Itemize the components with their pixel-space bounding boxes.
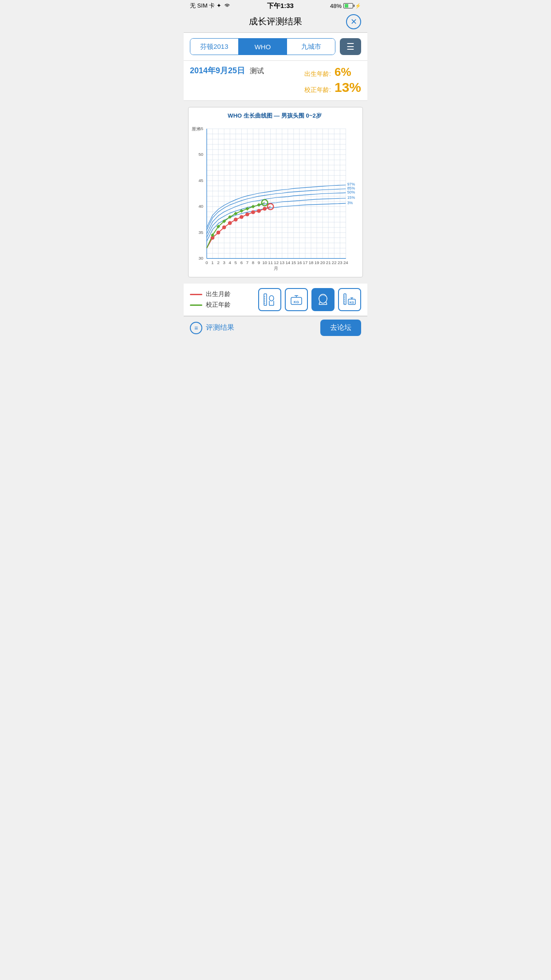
evaluation-icon-symbol: ≡ bbox=[194, 324, 198, 332]
legend-items: 出生月龄 校正年龄 bbox=[190, 290, 231, 309]
height-chart-button[interactable] bbox=[258, 288, 281, 311]
svg-text:20: 20 bbox=[320, 260, 325, 265]
svg-text:KG: KG bbox=[294, 300, 299, 304]
chart-section: WHO 生长曲线图 — 男孩头围 0~2岁 厘米 bbox=[184, 101, 367, 284]
corrected-age-label: 校正年龄: bbox=[304, 86, 331, 94]
svg-text:35: 35 bbox=[198, 230, 203, 235]
weight-chart-button[interactable]: KG bbox=[285, 288, 308, 311]
legend-green-line bbox=[190, 304, 202, 306]
close-button[interactable]: ✕ bbox=[346, 14, 361, 29]
svg-text:22: 22 bbox=[332, 260, 337, 265]
status-bar: 无 SIM 卡 ✦ 下午1:33 48% ⚡ bbox=[184, 0, 367, 11]
corrected-age-value: 13% bbox=[335, 80, 361, 95]
svg-line-118 bbox=[319, 302, 320, 304]
charging-icon: ⚡ bbox=[355, 3, 361, 9]
svg-line-119 bbox=[326, 302, 327, 304]
forum-label: 去论坛 bbox=[330, 324, 351, 331]
svg-text:23: 23 bbox=[338, 260, 342, 265]
weight-height-icon: KG bbox=[343, 293, 356, 306]
svg-text:14: 14 bbox=[285, 260, 290, 265]
x-axis-labels: 0 1 2 3 4 5 6 7 8 9 10 11 12 13 14 15 16 bbox=[205, 260, 348, 265]
svg-text:40: 40 bbox=[198, 204, 203, 209]
test-label: 测试 bbox=[250, 67, 264, 75]
svg-point-88 bbox=[246, 213, 249, 216]
svg-text:17: 17 bbox=[303, 260, 308, 265]
status-time: 下午1:33 bbox=[267, 2, 294, 10]
svg-text:8: 8 bbox=[252, 260, 254, 265]
svg-rect-101 bbox=[257, 203, 260, 206]
bottom-bar: ≡ 评测结果 去论坛 bbox=[184, 316, 367, 339]
svg-text:10: 10 bbox=[262, 260, 267, 265]
svg-point-83 bbox=[216, 231, 220, 234]
battery-fill bbox=[345, 4, 348, 8]
p3-label: 3% bbox=[347, 201, 353, 205]
svg-text:18: 18 bbox=[309, 260, 314, 265]
evaluation-results-label: 评测结果 bbox=[206, 323, 234, 332]
svg-text:KG: KG bbox=[350, 301, 354, 304]
chart-container: WHO 生长曲线图 — 男孩头围 0~2岁 厘米 bbox=[188, 107, 363, 277]
svg-text:1: 1 bbox=[211, 260, 213, 265]
info-right: 出生年龄: 6% 校正年龄: 13% bbox=[304, 65, 361, 95]
svg-text:24: 24 bbox=[343, 260, 348, 265]
svg-text:6: 6 bbox=[240, 260, 243, 265]
svg-point-91 bbox=[263, 207, 267, 210]
legend-birth-age-label: 出生月龄 bbox=[206, 290, 231, 298]
svg-text:30: 30 bbox=[198, 256, 203, 261]
segment-row: 芬顿2013 WHO 九城市 ☰ bbox=[184, 33, 367, 61]
legend-corrected-age: 校正年龄 bbox=[190, 301, 231, 309]
list-view-button[interactable]: ☰ bbox=[340, 38, 361, 55]
svg-text:7: 7 bbox=[246, 260, 248, 265]
sim-status: 无 SIM 卡 ✦ bbox=[190, 2, 221, 10]
svg-text:2: 2 bbox=[217, 260, 219, 265]
svg-point-117 bbox=[319, 294, 327, 303]
svg-text:5: 5 bbox=[235, 260, 237, 265]
svg-text:55: 55 bbox=[198, 126, 203, 131]
icon-buttons: KG KG bbox=[258, 288, 361, 311]
svg-text:4: 4 bbox=[229, 260, 232, 265]
p50-label: 50% bbox=[347, 190, 355, 194]
date-test-row: 2014年9月25日 测试 bbox=[190, 65, 264, 76]
svg-text:50: 50 bbox=[198, 152, 203, 157]
legend-row: 出生月龄 校正年龄 bbox=[184, 284, 367, 316]
svg-text:45: 45 bbox=[198, 178, 203, 183]
status-right: 48% ⚡ bbox=[330, 3, 361, 9]
svg-point-109 bbox=[269, 296, 274, 301]
evaluation-icon: ≡ bbox=[190, 322, 202, 334]
svg-text:3: 3 bbox=[223, 260, 225, 265]
svg-text:16: 16 bbox=[297, 260, 302, 265]
page-title: 成长评测结果 bbox=[249, 16, 302, 28]
segment-jiuchengshi[interactable]: 九城市 bbox=[287, 39, 335, 55]
birth-age-value: 6% bbox=[335, 65, 351, 79]
info-left: 2014年9月25日 测试 bbox=[190, 65, 264, 76]
legend-corrected-age-label: 校正年龄 bbox=[206, 301, 231, 309]
svg-point-87 bbox=[240, 215, 243, 219]
forum-button[interactable]: 去论坛 bbox=[320, 320, 361, 336]
weight-icon: KG bbox=[290, 293, 303, 306]
chart-svg: 厘米 bbox=[190, 122, 359, 273]
svg-rect-121 bbox=[344, 294, 346, 304]
svg-point-90 bbox=[257, 209, 261, 213]
segment-who[interactable]: WHO bbox=[239, 39, 287, 55]
p15-label: 15% bbox=[347, 195, 355, 200]
head-chart-button[interactable] bbox=[311, 288, 335, 311]
svg-text:9: 9 bbox=[258, 260, 260, 265]
svg-point-86 bbox=[234, 218, 237, 221]
legend-birth-age: 出生月龄 bbox=[190, 290, 231, 298]
svg-text:13: 13 bbox=[279, 260, 284, 265]
x-axis-unit: 月 bbox=[274, 266, 278, 271]
svg-text:11: 11 bbox=[268, 260, 273, 265]
weight-height-chart-button[interactable]: KG bbox=[338, 288, 361, 311]
segment-control: 芬顿2013 WHO 九城市 bbox=[190, 38, 335, 55]
svg-text:0: 0 bbox=[205, 260, 208, 265]
svg-point-84 bbox=[222, 225, 226, 229]
wifi-icon bbox=[224, 3, 231, 9]
svg-text:19: 19 bbox=[315, 260, 319, 265]
battery-tip bbox=[354, 5, 354, 7]
evaluation-results-button[interactable]: ≡ 评测结果 bbox=[190, 322, 234, 334]
svg-rect-100 bbox=[251, 205, 255, 208]
chart-area: 厘米 bbox=[190, 122, 359, 273]
info-row: 2014年9月25日 测试 出生年龄: 6% 校正年龄: 13% bbox=[184, 61, 367, 101]
svg-text:15: 15 bbox=[291, 260, 296, 265]
list-icon: ☰ bbox=[346, 41, 354, 52]
segment-fenton[interactable]: 芬顿2013 bbox=[190, 39, 238, 55]
